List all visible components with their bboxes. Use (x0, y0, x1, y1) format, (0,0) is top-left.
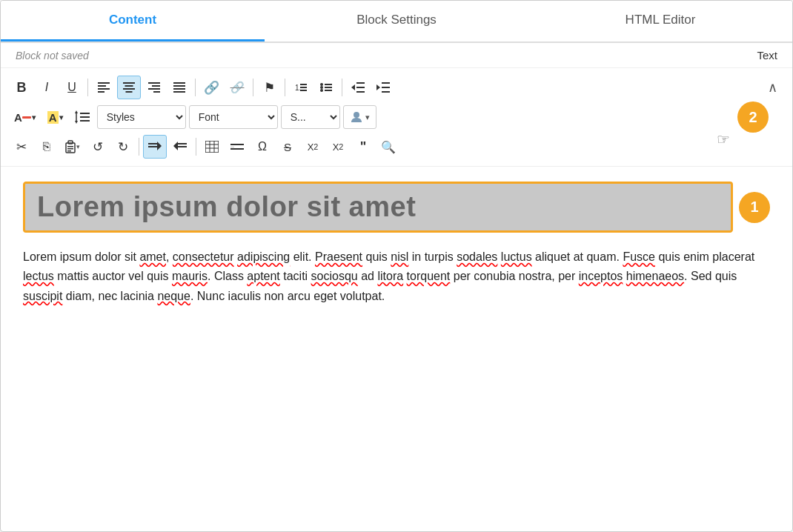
heading-box: Lorem ipsum dolor sit amet (23, 182, 733, 233)
underline-button[interactable]: U (60, 76, 84, 99)
svg-rect-25 (325, 90, 332, 91)
align-right-button[interactable] (142, 76, 166, 99)
sep-5 (342, 79, 342, 96)
sep-2 (195, 79, 196, 96)
line-height-button[interactable] (70, 105, 94, 129)
sep-3 (253, 79, 253, 96)
svg-point-22 (320, 89, 323, 92)
svg-rect-14 (173, 88, 185, 90)
align-center-button[interactable] (117, 76, 141, 99)
indent-increase-button[interactable] (371, 76, 395, 99)
svg-rect-44 (67, 148, 73, 150)
editor-panel: Content Block Settings HTML Editor Block… (0, 0, 793, 532)
paste-button[interactable]: ▾ (60, 135, 84, 159)
strikethrough-button[interactable]: S (276, 135, 299, 159)
svg-rect-2 (98, 88, 110, 90)
svg-rect-1 (98, 85, 106, 87)
ltr-button[interactable] (143, 135, 167, 159)
svg-rect-3 (98, 91, 104, 93)
svg-rect-46 (148, 143, 157, 144)
search-button[interactable]: 🔍 (376, 135, 400, 159)
badge-1: 1 (739, 192, 770, 223)
svg-rect-4 (123, 82, 135, 84)
unlink-button[interactable]: 🔗 (225, 76, 249, 99)
svg-rect-32 (382, 87, 390, 88)
svg-marker-48 (157, 142, 162, 150)
svg-marker-30 (376, 84, 380, 90)
svg-marker-26 (351, 84, 355, 90)
svg-rect-12 (173, 82, 185, 84)
status-bar: Block not saved Text (1, 43, 792, 68)
font-bg-color-button[interactable]: A ▾ (43, 105, 67, 129)
body-text[interactable]: Lorem ipsum dolor sit amet, consectetur … (23, 247, 770, 306)
svg-rect-11 (153, 91, 160, 93)
redo-button[interactable]: ↻ (111, 135, 135, 159)
sep-1 (87, 79, 88, 96)
anchor-button[interactable]: ⚑ (257, 76, 281, 99)
svg-rect-39 (80, 120, 90, 122)
subscript-button[interactable]: X2 (301, 135, 325, 159)
svg-rect-17 (300, 84, 307, 85)
cut-button[interactable]: ✂ (10, 135, 33, 159)
tab-block-settings[interactable]: Block Settings (265, 1, 528, 41)
svg-rect-7 (126, 91, 133, 93)
italic-button[interactable]: I (35, 76, 59, 99)
styles-dropdown[interactable]: Styles (97, 105, 186, 129)
svg-rect-28 (356, 87, 365, 88)
svg-marker-34 (75, 110, 78, 113)
svg-rect-13 (173, 85, 185, 87)
sep-6 (139, 138, 139, 156)
tab-content[interactable]: Content (1, 1, 265, 41)
toolbar-row-2: A ▾ A ▾ (10, 102, 783, 132)
superscript-button[interactable]: X2 (326, 135, 350, 159)
svg-rect-43 (67, 146, 73, 147)
editor-area[interactable]: Lorem ipsum dolor sit amet 1 Lorem ipsum… (1, 167, 792, 419)
svg-rect-0 (98, 82, 110, 84)
sep-4 (285, 79, 285, 96)
svg-rect-29 (356, 91, 365, 93)
svg-rect-38 (80, 116, 90, 118)
heading-text: Lorem ipsum dolor sit amet (37, 191, 416, 222)
tab-html-editor[interactable]: HTML Editor (528, 1, 792, 41)
undo-button[interactable]: ↺ (86, 135, 110, 159)
blockquote-button[interactable]: " (351, 135, 375, 159)
svg-rect-6 (123, 88, 135, 90)
svg-rect-5 (125, 85, 133, 87)
bold-button[interactable]: B (10, 76, 33, 99)
hr-button[interactable] (225, 135, 249, 159)
svg-rect-10 (148, 88, 160, 90)
svg-rect-9 (152, 85, 160, 87)
svg-point-21 (320, 86, 323, 89)
align-left-button[interactable] (92, 76, 116, 99)
block-type-label: Text (757, 49, 777, 61)
ordered-list-button[interactable]: 1. (289, 76, 313, 99)
svg-rect-52 (205, 141, 219, 153)
svg-rect-27 (356, 82, 365, 84)
toolbar-row-3: ✂ ⎘ ▾ ↺ ↻ Ω S X2 X2 (10, 132, 783, 162)
svg-rect-42 (68, 141, 73, 144)
indent-decrease-button[interactable] (346, 76, 370, 99)
font-dropdown[interactable]: Font (189, 105, 278, 129)
badge-2: 2 (737, 102, 769, 133)
svg-rect-18 (300, 87, 307, 88)
link-button[interactable]: 🔗 (199, 76, 224, 99)
svg-rect-19 (300, 90, 307, 91)
table-button[interactable] (200, 135, 224, 159)
svg-marker-35 (75, 121, 78, 124)
tab-bar: Content Block Settings HTML Editor (1, 1, 792, 43)
unordered-list-button[interactable] (314, 76, 338, 99)
svg-rect-59 (230, 148, 244, 150)
sep-7 (196, 138, 196, 156)
svg-rect-57 (230, 144, 244, 145)
size-dropdown[interactable]: S... (281, 105, 340, 129)
svg-marker-51 (173, 142, 178, 150)
font-color-button[interactable]: A ▾ (10, 105, 40, 129)
user-button[interactable]: ▾ (343, 105, 376, 129)
collapse-toolbar-button[interactable]: ∧ (762, 79, 783, 96)
svg-rect-8 (148, 82, 160, 84)
svg-rect-33 (382, 91, 390, 93)
rtl-button[interactable] (168, 135, 192, 159)
align-justify-button[interactable] (167, 76, 191, 99)
copy-button[interactable]: ⎘ (35, 135, 59, 159)
special-char-button[interactable]: Ω (250, 135, 274, 159)
